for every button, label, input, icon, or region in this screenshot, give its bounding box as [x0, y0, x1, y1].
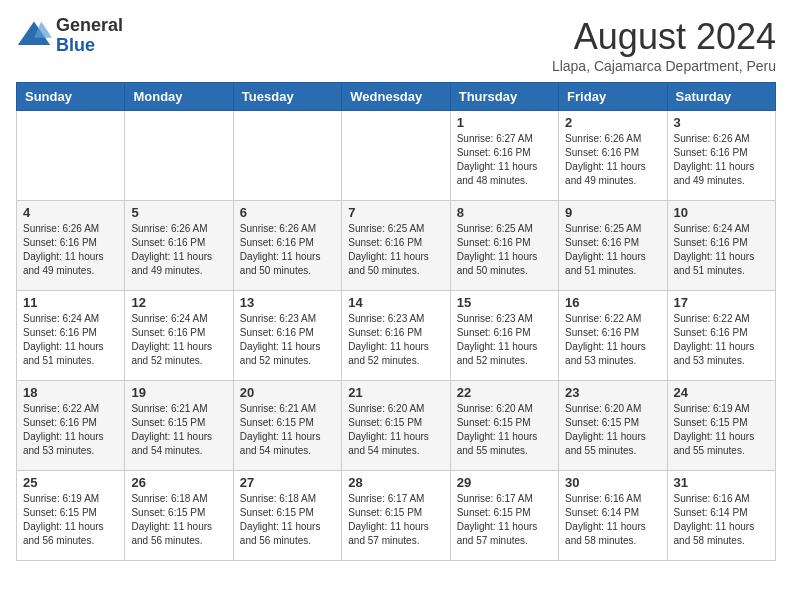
calendar-week-row: 1Sunrise: 6:27 AM Sunset: 6:16 PM Daylig… [17, 111, 776, 201]
day-number: 2 [565, 115, 660, 130]
day-number: 24 [674, 385, 769, 400]
day-info: Sunrise: 6:26 AM Sunset: 6:16 PM Dayligh… [565, 132, 660, 188]
calendar-cell: 25Sunrise: 6:19 AM Sunset: 6:15 PM Dayli… [17, 471, 125, 561]
day-number: 1 [457, 115, 552, 130]
calendar-cell: 21Sunrise: 6:20 AM Sunset: 6:15 PM Dayli… [342, 381, 450, 471]
day-info: Sunrise: 6:17 AM Sunset: 6:15 PM Dayligh… [348, 492, 443, 548]
day-info: Sunrise: 6:16 AM Sunset: 6:14 PM Dayligh… [565, 492, 660, 548]
calendar-week-row: 11Sunrise: 6:24 AM Sunset: 6:16 PM Dayli… [17, 291, 776, 381]
day-info: Sunrise: 6:26 AM Sunset: 6:16 PM Dayligh… [240, 222, 335, 278]
logo-icon [16, 18, 52, 54]
day-number: 26 [131, 475, 226, 490]
day-number: 18 [23, 385, 118, 400]
calendar-week-row: 18Sunrise: 6:22 AM Sunset: 6:16 PM Dayli… [17, 381, 776, 471]
calendar-cell: 8Sunrise: 6:25 AM Sunset: 6:16 PM Daylig… [450, 201, 558, 291]
calendar-cell: 22Sunrise: 6:20 AM Sunset: 6:15 PM Dayli… [450, 381, 558, 471]
calendar-cell: 29Sunrise: 6:17 AM Sunset: 6:15 PM Dayli… [450, 471, 558, 561]
day-number: 7 [348, 205, 443, 220]
day-number: 25 [23, 475, 118, 490]
day-info: Sunrise: 6:22 AM Sunset: 6:16 PM Dayligh… [674, 312, 769, 368]
day-info: Sunrise: 6:18 AM Sunset: 6:15 PM Dayligh… [240, 492, 335, 548]
day-number: 28 [348, 475, 443, 490]
day-info: Sunrise: 6:23 AM Sunset: 6:16 PM Dayligh… [457, 312, 552, 368]
day-info: Sunrise: 6:22 AM Sunset: 6:16 PM Dayligh… [565, 312, 660, 368]
day-info: Sunrise: 6:21 AM Sunset: 6:15 PM Dayligh… [240, 402, 335, 458]
calendar-cell: 3Sunrise: 6:26 AM Sunset: 6:16 PM Daylig… [667, 111, 775, 201]
day-number: 20 [240, 385, 335, 400]
day-number: 6 [240, 205, 335, 220]
calendar-cell: 15Sunrise: 6:23 AM Sunset: 6:16 PM Dayli… [450, 291, 558, 381]
day-number: 29 [457, 475, 552, 490]
day-number: 31 [674, 475, 769, 490]
calendar-table: SundayMondayTuesdayWednesdayThursdayFrid… [16, 82, 776, 561]
day-info: Sunrise: 6:23 AM Sunset: 6:16 PM Dayligh… [348, 312, 443, 368]
logo: General Blue [16, 16, 123, 56]
calendar-cell [233, 111, 341, 201]
calendar-cell: 20Sunrise: 6:21 AM Sunset: 6:15 PM Dayli… [233, 381, 341, 471]
day-info: Sunrise: 6:20 AM Sunset: 6:15 PM Dayligh… [348, 402, 443, 458]
day-number: 16 [565, 295, 660, 310]
day-number: 30 [565, 475, 660, 490]
day-of-week-header: Saturday [667, 83, 775, 111]
day-number: 23 [565, 385, 660, 400]
day-info: Sunrise: 6:25 AM Sunset: 6:16 PM Dayligh… [348, 222, 443, 278]
month-year: August 2024 [552, 16, 776, 58]
calendar-cell: 19Sunrise: 6:21 AM Sunset: 6:15 PM Dayli… [125, 381, 233, 471]
day-info: Sunrise: 6:25 AM Sunset: 6:16 PM Dayligh… [565, 222, 660, 278]
day-of-week-header: Tuesday [233, 83, 341, 111]
day-number: 27 [240, 475, 335, 490]
day-number: 8 [457, 205, 552, 220]
day-number: 14 [348, 295, 443, 310]
calendar-cell [125, 111, 233, 201]
day-number: 22 [457, 385, 552, 400]
day-number: 5 [131, 205, 226, 220]
calendar-cell: 16Sunrise: 6:22 AM Sunset: 6:16 PM Dayli… [559, 291, 667, 381]
day-of-week-header: Thursday [450, 83, 558, 111]
day-info: Sunrise: 6:26 AM Sunset: 6:16 PM Dayligh… [131, 222, 226, 278]
day-number: 21 [348, 385, 443, 400]
calendar-cell: 6Sunrise: 6:26 AM Sunset: 6:16 PM Daylig… [233, 201, 341, 291]
day-of-week-header: Monday [125, 83, 233, 111]
day-of-week-header: Friday [559, 83, 667, 111]
calendar-cell: 17Sunrise: 6:22 AM Sunset: 6:16 PM Dayli… [667, 291, 775, 381]
calendar-cell: 30Sunrise: 6:16 AM Sunset: 6:14 PM Dayli… [559, 471, 667, 561]
day-info: Sunrise: 6:24 AM Sunset: 6:16 PM Dayligh… [674, 222, 769, 278]
day-number: 13 [240, 295, 335, 310]
logo-blue: Blue [56, 35, 95, 55]
day-info: Sunrise: 6:24 AM Sunset: 6:16 PM Dayligh… [131, 312, 226, 368]
location: Llapa, Cajamarca Department, Peru [552, 58, 776, 74]
logo-text: General Blue [56, 16, 123, 56]
day-number: 17 [674, 295, 769, 310]
day-info: Sunrise: 6:18 AM Sunset: 6:15 PM Dayligh… [131, 492, 226, 548]
day-info: Sunrise: 6:20 AM Sunset: 6:15 PM Dayligh… [457, 402, 552, 458]
calendar-cell [342, 111, 450, 201]
day-number: 3 [674, 115, 769, 130]
calendar-cell: 23Sunrise: 6:20 AM Sunset: 6:15 PM Dayli… [559, 381, 667, 471]
day-number: 12 [131, 295, 226, 310]
title-block: August 2024 Llapa, Cajamarca Department,… [552, 16, 776, 74]
logo-general: General [56, 15, 123, 35]
day-info: Sunrise: 6:16 AM Sunset: 6:14 PM Dayligh… [674, 492, 769, 548]
calendar-cell: 28Sunrise: 6:17 AM Sunset: 6:15 PM Dayli… [342, 471, 450, 561]
day-info: Sunrise: 6:21 AM Sunset: 6:15 PM Dayligh… [131, 402, 226, 458]
calendar-cell: 11Sunrise: 6:24 AM Sunset: 6:16 PM Dayli… [17, 291, 125, 381]
day-number: 19 [131, 385, 226, 400]
calendar-cell: 31Sunrise: 6:16 AM Sunset: 6:14 PM Dayli… [667, 471, 775, 561]
calendar-cell: 7Sunrise: 6:25 AM Sunset: 6:16 PM Daylig… [342, 201, 450, 291]
calendar-cell: 14Sunrise: 6:23 AM Sunset: 6:16 PM Dayli… [342, 291, 450, 381]
day-info: Sunrise: 6:25 AM Sunset: 6:16 PM Dayligh… [457, 222, 552, 278]
calendar-cell: 5Sunrise: 6:26 AM Sunset: 6:16 PM Daylig… [125, 201, 233, 291]
day-info: Sunrise: 6:19 AM Sunset: 6:15 PM Dayligh… [674, 402, 769, 458]
calendar-cell: 10Sunrise: 6:24 AM Sunset: 6:16 PM Dayli… [667, 201, 775, 291]
calendar-cell: 9Sunrise: 6:25 AM Sunset: 6:16 PM Daylig… [559, 201, 667, 291]
page-header: General Blue August 2024 Llapa, Cajamarc… [16, 16, 776, 74]
day-number: 4 [23, 205, 118, 220]
day-number: 9 [565, 205, 660, 220]
calendar-week-row: 25Sunrise: 6:19 AM Sunset: 6:15 PM Dayli… [17, 471, 776, 561]
day-info: Sunrise: 6:26 AM Sunset: 6:16 PM Dayligh… [674, 132, 769, 188]
calendar-cell: 4Sunrise: 6:26 AM Sunset: 6:16 PM Daylig… [17, 201, 125, 291]
day-number: 10 [674, 205, 769, 220]
day-number: 15 [457, 295, 552, 310]
day-of-week-header: Wednesday [342, 83, 450, 111]
calendar-cell: 18Sunrise: 6:22 AM Sunset: 6:16 PM Dayli… [17, 381, 125, 471]
